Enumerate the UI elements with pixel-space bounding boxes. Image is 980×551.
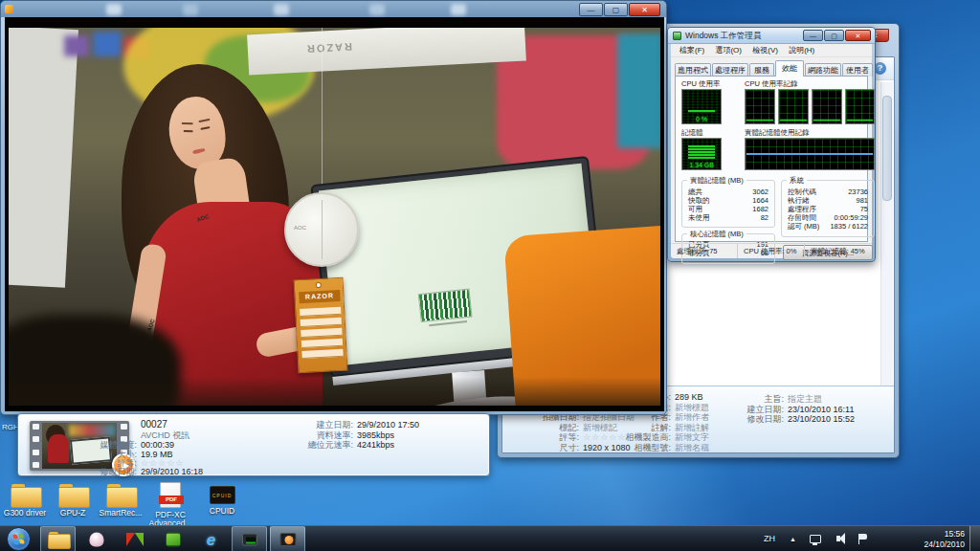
titlebar-reflection	[369, 4, 385, 15]
taskbar-video-player-button[interactable]	[270, 526, 305, 551]
file-preview-panel: 00027 AVCHD 視訊 媒體長度:00:00:39 大小:19.9 MB …	[17, 413, 490, 476]
aoc-disc-logo: AOC	[284, 192, 359, 267]
menu-file[interactable]: 檔案(F)	[679, 46, 704, 55]
tab-applications[interactable]: 應用程式	[675, 63, 711, 77]
clock-time: 15:56	[924, 529, 965, 540]
field-row: 資料速率:3985kbps	[294, 430, 394, 440]
status-memory: 實體記憶體: 45%	[805, 244, 872, 258]
taskbar-media-app-button[interactable]	[117, 526, 152, 551]
folder-icon	[106, 484, 136, 506]
desktop-icon-pdf-xchange[interactable]: PDF PDF-XC Advanced...	[145, 482, 195, 528]
hanging-line	[322, 28, 323, 196]
titlebar-reflection	[106, 4, 122, 15]
folder-icon	[11, 484, 40, 506]
details-column-c: 主旨:指定主題 建立日期:23/10/2010 16:11 修改日期:23/10…	[738, 394, 855, 425]
task-manager-icon	[673, 32, 681, 40]
cpu-history-graph-2	[778, 89, 809, 124]
maximize-button[interactable]: ▢	[824, 30, 844, 41]
field-row: 修改日期:29/9/2010 16:18	[81, 467, 203, 476]
start-button[interactable]	[7, 527, 31, 551]
menu-bar: 檔案(F) 選項(O) 檢視(V) 說明(H)	[671, 44, 872, 57]
close-button[interactable]: ✕	[845, 30, 871, 41]
memory-history-graph	[745, 138, 875, 170]
language-indicator[interactable]: ZH	[764, 526, 775, 551]
desktop-icon-cpuid[interactable]: CPUID CPUID	[197, 486, 247, 516]
titlebar-reflection	[451, 4, 466, 15]
task-manager-titlebar[interactable]: Windows 工作管理員 — ▢ ✕	[668, 28, 875, 44]
taskbar-app-button-1[interactable]	[78, 526, 114, 551]
cpu-usage-label: CPU 使用率	[681, 79, 720, 89]
detail-row: 相機製造商:新增文字	[610, 432, 709, 443]
video-window-titlebar[interactable]: — ▢ ✕	[1, 1, 666, 17]
internet-explorer-icon: e	[207, 531, 215, 547]
memory-history-label: 實體記憶體使用記錄	[745, 128, 810, 138]
file-title: 00027	[141, 420, 167, 430]
taskbar-task-manager-button[interactable]	[232, 526, 267, 551]
memory-label: 記憶體	[681, 128, 703, 138]
file-type: AVCHD 視訊	[141, 430, 189, 440]
menu-view[interactable]: 檢視(V)	[752, 46, 778, 55]
menu-help[interactable]: 說明(H)	[789, 46, 814, 55]
cpu-history-graph-1	[745, 89, 775, 124]
physical-memory-group: 實體記憶體 (MB) 總共3062 快取的1664 可用1682 未使用82	[681, 180, 775, 228]
booth-decor	[64, 35, 89, 56]
show-desktop-button[interactable]	[969, 526, 980, 551]
booth-decor-teal	[617, 33, 660, 148]
field-row: 總位元速率:4241kbps	[294, 440, 394, 450]
status-bar: 處理程序: 75 CPU 使用率: 0% 實體記憶體: 45%	[671, 243, 872, 258]
close-button[interactable]: ✕	[629, 3, 660, 16]
clock-date: 24/10/2010	[924, 540, 965, 550]
system-group: 系統 控制代碼23736 執行緒981 處理程序75 存留時間0:00:59:2…	[781, 180, 875, 237]
tab-users[interactable]: 使用者	[842, 63, 873, 77]
cpu-history-graph-4	[845, 89, 875, 124]
taskbar: e ZH ▲ 15:56 24/10/2010	[0, 525, 980, 551]
detail-row: 主旨:指定主題	[738, 394, 855, 405]
app-icon	[89, 532, 103, 546]
taskbar-app-button-2[interactable]	[155, 526, 190, 551]
folder-icon	[48, 532, 69, 547]
barcode-caption	[429, 320, 467, 326]
network-icon[interactable]	[810, 535, 821, 543]
detail-row: 建立日期:23/10/2010 16:11	[738, 405, 855, 415]
pdf-file-icon: PDF	[160, 482, 181, 508]
status-processes: 處理程序: 75	[671, 244, 738, 258]
tab-services[interactable]: 服務	[749, 63, 774, 77]
triangle-app-icon	[126, 533, 144, 546]
memory-gauge: 1.34 GB	[681, 138, 722, 170]
taskbar-explorer-button[interactable]	[40, 526, 76, 551]
tab-processes[interactable]: 處理程序	[712, 63, 748, 77]
menu-options[interactable]: 選項(O)	[715, 46, 742, 55]
tab-networking[interactable]: 網路功能	[805, 63, 841, 77]
minimize-button[interactable]: —	[803, 30, 823, 41]
status-cpu: CPU 使用率: 0%	[738, 244, 805, 258]
cpu-usage-gauge: 0 %	[681, 89, 722, 124]
field-row: 建立日期:29/9/2010 17:50	[294, 420, 419, 430]
floor-shadow	[9, 377, 660, 406]
scrollbar[interactable]	[880, 82, 893, 386]
minimize-button[interactable]: —	[579, 3, 603, 16]
booth-beam: RAZOR	[247, 28, 526, 76]
tab-strip: 應用程式 處理程序 服務 效能 網路功能 使用者	[675, 60, 868, 77]
video-player-window[interactable]: — ▢ ✕ RAZOR	[0, 0, 667, 415]
desktop-icon-g300-driver[interactable]: G300 driver	[0, 484, 50, 518]
tab-performance[interactable]: 效能	[775, 60, 804, 77]
volume-icon[interactable]	[836, 536, 840, 541]
field-row: 媒體長度:00:00:39	[81, 440, 174, 450]
maximize-button[interactable]: ▢	[604, 3, 628, 16]
taskbar-internet-explorer-button[interactable]: e	[193, 526, 229, 551]
window-title: Windows 工作管理員	[685, 31, 761, 40]
hidden-icons-button[interactable]: ▲	[790, 526, 796, 551]
razor-sign-text: RAZOR	[305, 41, 353, 55]
desktop-icon-gpu-z[interactable]: GPU-Z	[48, 484, 98, 518]
app-icon: CPUID	[210, 486, 235, 504]
booth-wall	[9, 28, 78, 288]
action-center-flag-icon[interactable]	[858, 534, 860, 544]
detail-row: 註解:新增註解	[610, 423, 709, 433]
spec-tag-card: RAZOR	[293, 277, 347, 374]
app-icon	[5, 5, 13, 13]
desktop-icon-smartrec[interactable]: SmartRec...	[96, 484, 145, 518]
task-manager-window[interactable]: Windows 工作管理員 — ▢ ✕ 檔案(F) 選項(O) 檢視(V) 說明…	[667, 27, 876, 262]
video-letterbox[interactable]: RAZOR AOC AOC	[5, 17, 664, 411]
scrollbar-thumb[interactable]	[882, 96, 892, 201]
taskbar-clock[interactable]: 15:56 24/10/2010	[924, 529, 965, 549]
